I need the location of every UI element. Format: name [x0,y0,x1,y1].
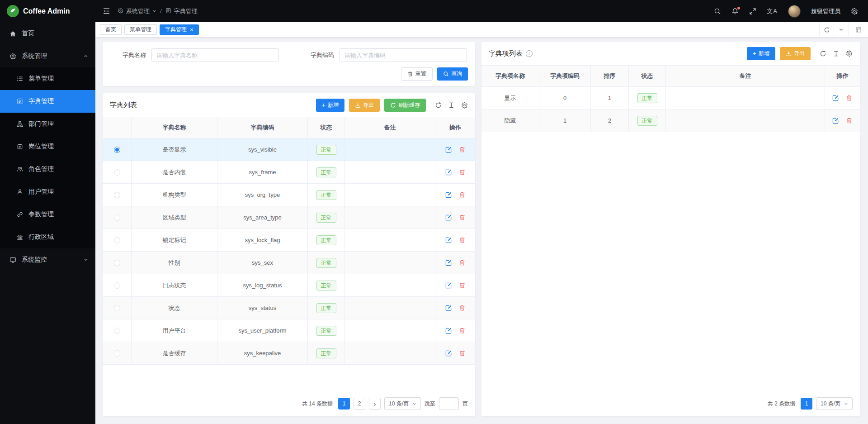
edit-icon[interactable] [832,95,839,101]
layout-toggle-icon[interactable] [848,22,868,37]
column-settings-icon[interactable] [448,102,455,109]
table-row[interactable]: 区域类型 sys_area_type 正常 [103,206,475,229]
table-row[interactable]: 日志状态 sys_log_status 正常 [103,274,475,297]
jump-page-input[interactable] [439,397,459,410]
add-dict-item-button[interactable]: +新增 [747,47,775,60]
dict-code-input[interactable] [340,48,467,62]
table-settings-gear-icon[interactable] [846,50,853,57]
avatar[interactable] [788,5,801,18]
top-header: 系统管理 / 字典管理 文A 超级管理员 [95,0,868,22]
edit-icon[interactable] [445,146,452,153]
refresh-cache-button[interactable]: 刷新缓存 [384,99,426,112]
sidebar-item-role-mgmt[interactable]: 角色管理 [0,158,95,181]
edit-icon[interactable] [445,305,452,311]
edit-icon[interactable] [445,259,452,266]
page-2-button[interactable]: 2 [354,398,365,410]
delete-icon[interactable] [459,146,466,153]
table-row[interactable]: 是否显示 sys_visible 正常 [103,138,475,161]
translate-icon[interactable]: 文A [767,7,778,15]
delete-icon[interactable] [459,282,466,289]
edit-icon[interactable] [445,191,452,198]
tab-menu-mgmt[interactable]: 菜单管理 [124,24,157,35]
delete-icon[interactable] [459,259,466,266]
sidebar-item-user-mgmt[interactable]: 用户管理 [0,181,95,203]
page-size-select[interactable]: 10 条/页 [384,397,421,410]
sidebar-item-param-mgmt[interactable]: 参数管理 [0,203,95,226]
delete-icon[interactable] [846,117,853,124]
add-dict-button[interactable]: +新增 [316,99,344,112]
delete-icon[interactable] [459,237,466,243]
export-dict-button[interactable]: 导出 [349,99,380,112]
refresh-icon[interactable] [435,102,442,109]
sidebar-item-home[interactable]: 首页 [0,22,95,45]
edit-icon[interactable] [445,214,452,221]
edit-icon[interactable] [445,237,452,243]
table-row[interactable]: 机构类型 sys_org_type 正常 [103,184,475,206]
delete-icon[interactable] [459,305,466,311]
table-settings-gear-icon[interactable] [461,102,468,109]
search-icon[interactable] [714,8,721,15]
row-radio[interactable] [114,147,120,153]
delete-icon[interactable] [459,350,466,357]
tab-dict-mgmt[interactable]: 字典管理× [160,24,199,35]
close-icon[interactable]: × [190,27,193,33]
row-radio[interactable] [114,282,120,289]
row-radio[interactable] [114,192,120,198]
username[interactable]: 超级管理员 [811,7,840,15]
edit-icon[interactable] [445,350,452,357]
sidebar-item-dict-mgmt[interactable]: 字典管理 [0,90,95,113]
sidebar-fold-icon[interactable] [103,7,110,15]
dict-name-input[interactable] [151,48,279,62]
table-row[interactable]: 隐藏 1 2 正常 [481,110,860,132]
table-row[interactable]: 用户平台 sys_user_platform 正常 [103,319,475,342]
breadcrumb-system[interactable]: 系统管理 [118,7,156,15]
row-radio[interactable] [114,214,120,221]
delete-icon[interactable] [459,169,466,176]
info-icon[interactable]: i [526,50,533,57]
query-button[interactable]: 查询 [437,67,468,81]
left-column: 字典名称 字典编码 重置 [103,42,475,416]
app-root: Coffee Admin 首页 系统管理 菜单管理 字典管理 [0,0,868,424]
settings-gear-icon[interactable] [851,8,858,15]
edit-icon[interactable] [445,169,452,176]
tab-options-chevron-icon[interactable] [834,22,848,37]
delete-icon[interactable] [459,191,466,198]
delete-icon[interactable] [846,95,853,101]
edit-icon[interactable] [445,327,452,334]
edit-icon[interactable] [445,282,452,289]
row-radio[interactable] [114,237,120,243]
page-size-select[interactable]: 10 条/页 [816,397,853,410]
sidebar-item-monitor[interactable]: 系统监控 [0,248,95,271]
export-label: 导出 [794,50,805,57]
refresh-icon[interactable] [820,50,826,57]
sidebar-item-system[interactable]: 系统管理 [0,45,95,67]
sidebar-item-menu-mgmt[interactable]: 菜单管理 [0,67,95,90]
delete-icon[interactable] [459,214,466,221]
row-radio[interactable] [114,169,120,176]
next-page-icon[interactable]: › [369,398,381,410]
table-row[interactable]: 是否内嵌 sys_frame 正常 [103,161,475,184]
table-row[interactable]: 性别 sys_sex 正常 [103,252,475,274]
tab-home[interactable]: 首页 [100,24,122,35]
edit-icon[interactable] [832,117,839,124]
row-radio[interactable] [114,350,120,357]
sidebar-item-region-mgmt[interactable]: 行政区域 [0,226,95,248]
notification-bell-icon[interactable] [731,8,739,15]
page-1-button[interactable]: 1 [801,398,812,410]
table-row[interactable]: 锁定标记 sys_lock_flag 正常 [103,229,475,252]
row-radio[interactable] [114,328,120,334]
column-settings-icon[interactable] [833,50,840,57]
table-row[interactable]: 显示 0 1 正常 [481,87,860,110]
reset-button[interactable]: 重置 [401,67,433,81]
delete-icon[interactable] [459,327,466,334]
sidebar-item-post-mgmt[interactable]: 岗位管理 [0,135,95,158]
row-radio[interactable] [114,260,120,266]
row-radio[interactable] [114,305,120,311]
table-row[interactable]: 是否缓存 sys_keepalive 正常 [103,342,475,365]
fullscreen-icon[interactable] [749,8,756,15]
table-row[interactable]: 状态 sys_status 正常 [103,297,475,319]
page-1-button[interactable]: 1 [338,398,350,410]
refresh-tab-icon[interactable] [819,22,834,37]
sidebar-item-dept-mgmt[interactable]: 部门管理 [0,113,95,135]
export-dict-item-button[interactable]: 导出 [780,47,811,60]
